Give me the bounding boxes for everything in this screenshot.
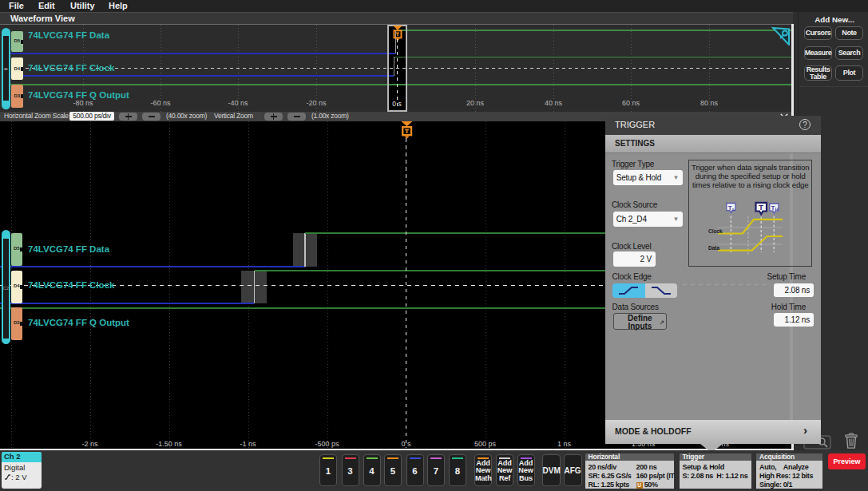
svg-text:H: H <box>775 207 779 212</box>
svg-text:Data: Data <box>708 245 719 251</box>
svg-text:T: T <box>759 204 763 212</box>
svg-text:s: s <box>732 207 735 212</box>
svg-text:Clock: Clock <box>708 228 723 234</box>
